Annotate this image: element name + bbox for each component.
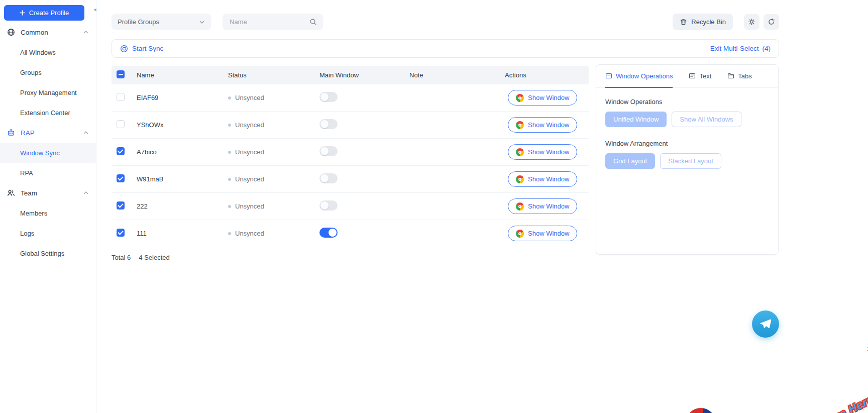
- tab-label: Text: [699, 72, 711, 80]
- show-window-button[interactable]: Show Window: [508, 117, 577, 133]
- unified-window-button[interactable]: Unified Window: [605, 112, 667, 127]
- table-row: YShOWx Unsynced Show Window: [112, 112, 589, 139]
- show-window-label: Show Window: [528, 148, 569, 156]
- recycle-bin-button[interactable]: Recycle Bin: [673, 14, 733, 30]
- show-window-button[interactable]: Show Window: [508, 144, 577, 160]
- search-icon[interactable]: [309, 18, 317, 26]
- start-sync-button[interactable]: Start Sync: [120, 45, 163, 53]
- main-window-toggle[interactable]: [319, 92, 338, 102]
- toggle-knob: [320, 174, 329, 182]
- chevron-up-icon: [83, 190, 89, 196]
- select-all-checkbox[interactable]: [117, 70, 125, 78]
- sidebar-section-team: Team Members Logs Global Settings: [0, 183, 96, 263]
- chrome-icon: [516, 94, 524, 102]
- profiles-table: Name Status Main Window Note Actions EIA…: [112, 66, 589, 261]
- tab-tabs[interactable]: Tabs: [727, 65, 751, 88]
- toggle-knob: [320, 147, 329, 155]
- col-header-actions: Actions: [505, 71, 589, 79]
- show-window-button[interactable]: Show Window: [508, 226, 577, 241]
- main-window-cell: [319, 173, 409, 185]
- telegram-icon: [759, 318, 772, 331]
- toolbar-right: Recycle Bin: [673, 14, 779, 30]
- show-window-button[interactable]: Show Window: [508, 90, 577, 106]
- text-icon: [689, 72, 696, 79]
- row-checkbox[interactable]: [117, 93, 125, 101]
- settings-button[interactable]: [744, 14, 759, 30]
- sidebar-item-label: Logs: [20, 230, 34, 237]
- start-sync-icon: [120, 45, 128, 53]
- table-row: 111 Unsynced Show Window: [112, 220, 589, 247]
- tab-text[interactable]: Text: [689, 65, 711, 88]
- search-field: [223, 14, 323, 30]
- window-arrangement-buttons: Grid Layout Stacked Layout: [605, 153, 769, 169]
- tab-window-operations[interactable]: Window Operations: [605, 65, 673, 88]
- recycle-bin-icon: [680, 18, 687, 26]
- profile-name: W91maB: [137, 175, 228, 183]
- search-input[interactable]: [229, 18, 304, 26]
- row-checkbox[interactable]: [117, 174, 125, 182]
- grid-layout-button[interactable]: Grid Layout: [605, 153, 655, 169]
- row-checkbox[interactable]: [117, 120, 125, 128]
- sidebar-item-window-sync[interactable]: Window Sync: [0, 143, 96, 163]
- exit-multi-select-label: Exit Multi-Select: [710, 45, 759, 52]
- status-label: Unsynced: [235, 94, 264, 101]
- sidebar-item-all-windows[interactable]: All Windows: [0, 42, 96, 62]
- sidebar-item-logs[interactable]: Logs: [0, 223, 96, 243]
- sidebar-item-proxy-management[interactable]: Proxy Management: [0, 82, 96, 102]
- status-dot: [228, 232, 231, 235]
- sidebar-item-groups[interactable]: Groups: [0, 62, 96, 82]
- exit-multi-select-button[interactable]: Exit Multi-Select (4): [710, 45, 771, 52]
- actions-cell: Show Window: [505, 171, 589, 187]
- status-label: Unsynced: [235, 121, 264, 129]
- gear-icon: [748, 18, 755, 26]
- chevron-up-icon: [83, 130, 89, 136]
- recycle-bin-label: Recycle Bin: [691, 18, 726, 26]
- sidebar-item-rpa[interactable]: RPA: [0, 163, 96, 183]
- window-operations-buttons: Unified Window Show All Windows: [605, 112, 769, 127]
- show-window-button[interactable]: Show Window: [508, 198, 577, 214]
- row-checkbox[interactable]: [117, 229, 125, 237]
- show-window-button[interactable]: Show Window: [508, 171, 577, 187]
- col-header-status: Status: [228, 71, 319, 79]
- actions-cell: Show Window: [505, 90, 589, 106]
- toggle-knob: [320, 120, 329, 128]
- refresh-icon: [768, 18, 775, 26]
- sidebar-section-header-team[interactable]: Team: [0, 183, 96, 203]
- create-profile-button[interactable]: Create Profile: [4, 5, 84, 21]
- telegram-button[interactable]: [752, 311, 779, 338]
- chrome-icon: [516, 148, 524, 156]
- profile-groups-dropdown[interactable]: Profile Groups: [112, 14, 211, 30]
- refresh-button[interactable]: [764, 14, 779, 30]
- main-window-toggle[interactable]: [319, 119, 338, 129]
- sidebar-section-header-common[interactable]: Common: [0, 22, 96, 42]
- sidebar-item-global-settings[interactable]: Global Settings: [0, 243, 96, 263]
- sidebar-item-extension-center[interactable]: Extension Center: [0, 102, 96, 123]
- start-sync-label: Start Sync: [132, 45, 163, 52]
- main-window-toggle[interactable]: [319, 173, 338, 183]
- sync-bar: Start Sync Exit Multi-Select (4): [112, 39, 779, 58]
- table-row: A7bico Unsynced Show Window: [112, 139, 589, 166]
- actions-cell: Show Window: [505, 117, 589, 133]
- table-row: W91maB Unsynced Show Window: [112, 166, 589, 193]
- main-window-toggle[interactable]: [319, 200, 338, 211]
- selected-count-footer: 4 Selected: [139, 254, 169, 261]
- status-cell: Unsynced: [228, 148, 319, 156]
- status-dot: [228, 151, 231, 154]
- row-checkbox[interactable]: [117, 147, 125, 155]
- main-window-toggle[interactable]: [319, 146, 338, 156]
- collapse-sidebar-icon[interactable]: ◄: [92, 6, 98, 14]
- selected-count: (4): [763, 45, 771, 52]
- panel-body: Window Operations Unified Window Show Al…: [596, 88, 778, 171]
- main-window-toggle[interactable]: [319, 228, 338, 238]
- status-label: Unsynced: [235, 202, 264, 210]
- row-checkbox[interactable]: [117, 201, 125, 210]
- sidebar-item-label: Proxy Management: [20, 89, 77, 96]
- show-all-windows-button[interactable]: Show All Windows: [672, 112, 741, 127]
- tab-label: Window Operations: [616, 72, 673, 80]
- sidebar-item-members[interactable]: Members: [0, 203, 96, 223]
- stacked-layout-button[interactable]: Stacked Layout: [660, 153, 721, 169]
- sidebar-section-header-rap[interactable]: RAP: [0, 123, 96, 143]
- status-label: Unsynced: [235, 175, 264, 183]
- status-cell: Unsynced: [228, 121, 319, 129]
- window-operations-title: Window Operations: [605, 98, 769, 106]
